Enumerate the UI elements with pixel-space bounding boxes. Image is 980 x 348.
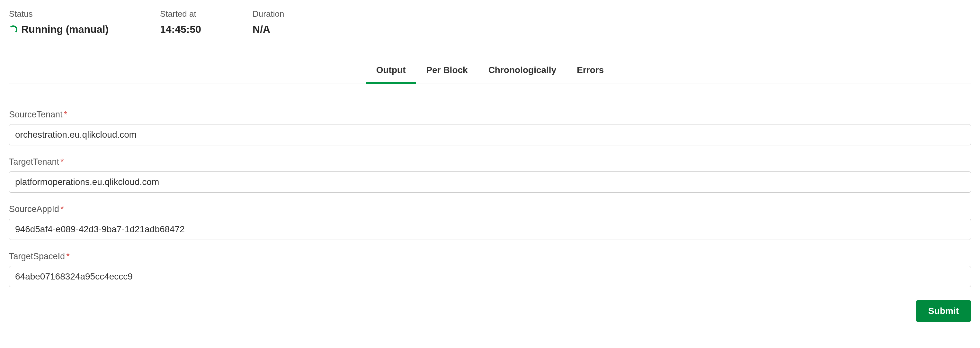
source-tenant-label-text: SourceTenant xyxy=(9,110,63,119)
source-tenant-group: SourceTenant* xyxy=(9,110,971,145)
duration-label: Duration xyxy=(253,9,284,19)
target-tenant-input[interactable] xyxy=(9,171,971,193)
status-label: Status xyxy=(9,9,108,19)
status-block: Status Running (manual) xyxy=(9,9,108,35)
submit-button[interactable]: Submit xyxy=(916,300,971,322)
started-label: Started at xyxy=(160,9,201,19)
source-app-id-group: SourceAppId* xyxy=(9,204,971,240)
target-space-id-input[interactable] xyxy=(9,266,971,287)
tabs-container: Output Per Block Chronologically Errors xyxy=(9,58,971,84)
target-space-id-group: TargetSpaceId* xyxy=(9,252,971,287)
submit-row: Submit xyxy=(9,300,971,322)
status-header: Status Running (manual) Started at 14:45… xyxy=(9,9,971,35)
duration-value: N/A xyxy=(253,24,284,35)
tab-per-block[interactable]: Per Block xyxy=(416,58,478,84)
required-mark: * xyxy=(60,204,64,214)
tab-errors[interactable]: Errors xyxy=(566,58,614,84)
started-block: Started at 14:45:50 xyxy=(160,9,201,35)
target-tenant-label-text: TargetTenant xyxy=(9,157,59,167)
target-space-id-label-text: TargetSpaceId xyxy=(9,252,65,261)
target-space-id-label: TargetSpaceId* xyxy=(9,252,971,262)
source-tenant-input[interactable] xyxy=(9,124,971,145)
source-app-id-input[interactable] xyxy=(9,219,971,240)
status-text: Running (manual) xyxy=(21,24,108,35)
source-tenant-label: SourceTenant* xyxy=(9,110,971,120)
target-tenant-group: TargetTenant* xyxy=(9,157,971,193)
required-mark: * xyxy=(64,110,67,119)
status-value: Running (manual) xyxy=(9,24,108,35)
required-mark: * xyxy=(66,252,70,261)
target-tenant-label: TargetTenant* xyxy=(9,157,971,167)
tab-output[interactable]: Output xyxy=(366,58,416,84)
source-app-id-label-text: SourceAppId xyxy=(9,204,59,214)
started-value: 14:45:50 xyxy=(160,24,201,35)
source-app-id-label: SourceAppId* xyxy=(9,204,971,214)
spinner-icon xyxy=(9,26,18,34)
tab-chronologically[interactable]: Chronologically xyxy=(478,58,567,84)
required-mark: * xyxy=(60,157,64,167)
duration-block: Duration N/A xyxy=(253,9,284,35)
